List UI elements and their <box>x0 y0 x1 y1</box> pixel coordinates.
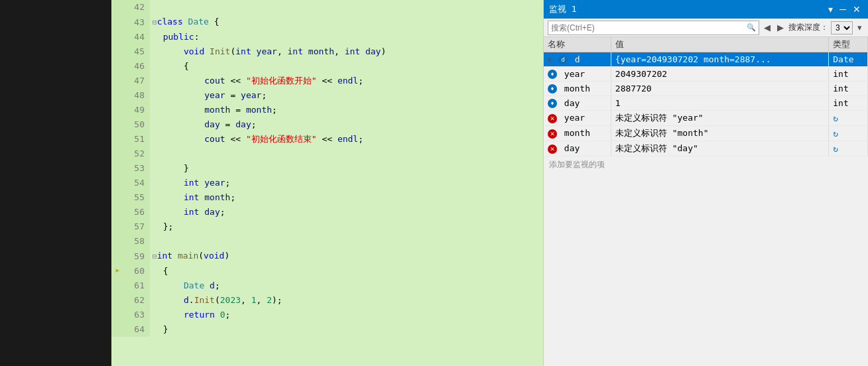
line-content: int day; <box>150 205 543 219</box>
var-label-year: year <box>564 69 585 79</box>
line-number: 45 <box>123 44 150 59</box>
watch-dropdown-button[interactable]: ▾ <box>826 4 835 15</box>
num-2023: 2023 <box>220 295 241 305</box>
watch-grid: 名称 值 类型 ▼ d d {year=2049307202 month=288… <box>544 37 868 156</box>
line-number: 48 <box>123 88 150 103</box>
keyword-int3: int <box>345 46 360 56</box>
watch-close-button[interactable]: ✕ <box>851 4 863 15</box>
table-row: 44 public: <box>111 30 543 44</box>
watch-row-year-error[interactable]: ✕ year 未定义标识符 "year" ↻ <box>544 111 868 126</box>
refresh-icon-month[interactable]: ↻ <box>833 129 838 139</box>
search-icon[interactable]: 🔍 <box>747 23 756 32</box>
line-number: 61 <box>123 278 150 293</box>
line-content: d.Init(2023, 1, 2); <box>150 293 543 308</box>
keyword-int2: int <box>288 46 303 56</box>
watch-title-buttons: ▾ ─ ✕ <box>826 4 863 15</box>
depth-select[interactable]: 3 1 2 4 5 <box>831 21 853 34</box>
watch-cell-type: ↻ <box>829 126 868 141</box>
arrow-col <box>111 205 123 219</box>
var-label-month: month <box>564 84 590 93</box>
member-year: year <box>204 178 225 188</box>
param-day: day <box>365 46 381 56</box>
watch-row-d-day[interactable]: ♦ day 1 int <box>544 96 868 111</box>
add-watch-label[interactable]: 添加要监视的项 <box>544 156 868 173</box>
var-d: d <box>210 280 215 290</box>
watch-minimize-button[interactable]: ─ <box>837 4 848 15</box>
arrow-col <box>111 308 123 322</box>
line-number: 42 <box>123 0 150 15</box>
var-year2: year <box>241 90 261 100</box>
line-content: int month; <box>150 190 543 205</box>
watch-cell-name: ♦ year <box>544 67 611 82</box>
watch-cell-name: ✕ day <box>544 141 611 156</box>
code-editor: 42 43 ⊟class Date { 44 public: 45 void I… <box>111 0 543 366</box>
watch-row-d-month[interactable]: ♦ month 2887720 int <box>544 82 868 96</box>
table-row: 42 <box>111 0 543 15</box>
error-icon-day: ✕ <box>548 145 557 154</box>
search-box: 🔍 <box>548 21 759 35</box>
table-row: 53 } <box>111 161 543 176</box>
arrow-col <box>111 59 123 74</box>
table-row: 59 ⊟int main(void) <box>111 249 543 264</box>
line-number: 62 <box>123 293 150 308</box>
watch-cell-type: int <box>829 82 868 96</box>
arrow-col <box>111 176 123 190</box>
line-content: } <box>150 161 543 176</box>
class-name: Date <box>188 17 209 27</box>
watch-row-d-year[interactable]: ♦ year 2049307202 int <box>544 67 868 82</box>
line-content: cout << "初始化函数结束" << endl; <box>150 132 543 147</box>
watch-row-month-error[interactable]: ✕ month 未定义标识符 "month" ↻ <box>544 126 868 141</box>
keyword-int-month: int <box>184 192 199 202</box>
keyword-class: class <box>157 17 183 27</box>
line-content: ⊟int main(void) <box>150 249 543 264</box>
table-row: 56 int day; <box>111 205 543 219</box>
param-year: year <box>257 46 277 56</box>
keyword-int: int <box>235 46 251 56</box>
watch-row-day-error[interactable]: ✕ day 未定义标识符 "day" ↻ <box>544 141 868 156</box>
line-number: 54 <box>123 176 150 190</box>
var-icon-blue: d <box>558 55 568 64</box>
arrow-col <box>111 103 123 117</box>
depth-dropdown-button[interactable]: ▾ <box>855 23 864 32</box>
arrow-col <box>111 219 123 234</box>
table-row: 51 cout << "初始化函数结束" << endl; <box>111 132 543 147</box>
sidebar <box>0 0 111 366</box>
refresh-icon-day[interactable]: ↻ <box>833 144 838 154</box>
line-content: day = day; <box>150 117 543 132</box>
refresh-icon-year[interactable]: ↻ <box>833 113 838 123</box>
arrow-col <box>111 190 123 205</box>
string-literal2: "初始化函数结束" <box>246 134 317 144</box>
var-day2: day <box>235 119 251 129</box>
table-row: ➤ 60 { <box>111 264 543 278</box>
keyword-void: void <box>184 46 204 56</box>
nav-prev-button[interactable]: ◀ <box>762 23 773 32</box>
watch-cell-type: Date <box>829 52 868 67</box>
watch-panel: 监视 1 ▾ ─ ✕ 🔍 ◀ ▶ 搜索深度： 3 1 2 4 5 ▾ 名称 <box>543 0 868 366</box>
brace: { <box>184 61 189 71</box>
watch-row-d[interactable]: ▼ d d {year=2049307202 month=2887... Dat… <box>544 52 868 67</box>
brace-close: } <box>184 163 189 173</box>
watch-table: 名称 值 类型 ▼ d d {year=2049307202 month=288… <box>544 37 868 366</box>
line-content: }; <box>150 219 543 234</box>
keyword-void2: void <box>204 251 224 261</box>
code-lines: 42 43 ⊟class Date { 44 public: 45 void I… <box>111 0 543 337</box>
var-label-year-err: year <box>564 113 585 123</box>
arrow-col <box>111 293 123 308</box>
watch-cell-value: 未定义标识符 "day" <box>611 141 828 156</box>
keyword-int-year: int <box>184 178 199 188</box>
line-content: ⊟class Date { <box>150 15 543 30</box>
arrow-col <box>111 88 123 103</box>
nav-next-button[interactable]: ▶ <box>775 23 786 32</box>
search-input[interactable] <box>551 23 747 32</box>
var-icon-blue-day: ♦ <box>548 99 557 108</box>
line-number: 52 <box>123 147 150 161</box>
col-type: 类型 <box>829 37 868 52</box>
keyword-return: return <box>184 310 215 320</box>
arrow-col <box>111 234 123 249</box>
watch-cell-name: ▼ d d <box>544 52 611 67</box>
table-row: 55 int month; <box>111 190 543 205</box>
line-number: 49 <box>123 103 150 117</box>
watch-cell-type: int <box>829 96 868 111</box>
line-content: } <box>150 322 543 337</box>
table-row: 49 month = month; <box>111 103 543 117</box>
